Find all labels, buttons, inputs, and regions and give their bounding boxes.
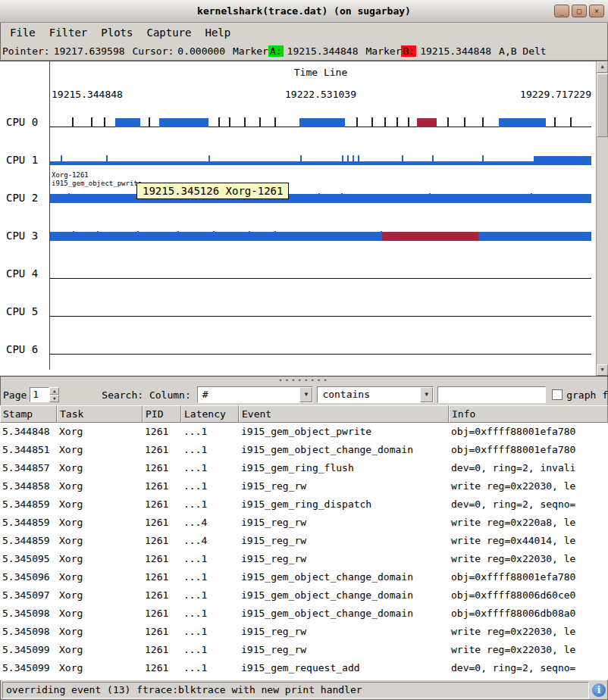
- table-cell: 5.344848: [0, 423, 57, 441]
- cursor-value: 0.000000: [177, 45, 225, 57]
- event-tick: [341, 193, 343, 203]
- menu-item-filter[interactable]: Filter: [42, 24, 95, 41]
- table-row[interactable]: 5.345096Xorg1261...1i915_gem_object_chan…: [0, 568, 608, 586]
- task-bar-blue[interactable]: [50, 232, 591, 241]
- table-row[interactable]: 5.344848Xorg1261...1i915_gem_object_pwri…: [0, 423, 608, 441]
- table-cell: i915_reg_rw: [239, 532, 449, 550]
- table-row[interactable]: 5.345099Xorg1261...1i915_reg_rwwrite reg…: [0, 641, 608, 659]
- menu-item-file[interactable]: File: [3, 24, 42, 41]
- cpu-label: CPU 0: [6, 116, 38, 128]
- column-header-task[interactable]: Task: [57, 405, 143, 423]
- menu-item-capture[interactable]: Capture: [139, 24, 198, 41]
- cpu-row-6: CPU 6: [0, 332, 596, 370]
- menu-item-plots[interactable]: Plots: [94, 24, 139, 41]
- page-spinner[interactable]: 1 ▲ ▼: [30, 387, 59, 402]
- table-cell: Xorg: [57, 605, 143, 623]
- table-row[interactable]: 5.344859Xorg1261...4i915_reg_rwwrite reg…: [0, 514, 608, 532]
- spin-up-icon[interactable]: ▲: [49, 387, 59, 395]
- event-tick: [402, 155, 403, 165]
- table-cell: 5.344859: [0, 514, 57, 532]
- column-header-info[interactable]: Info: [449, 405, 608, 423]
- chevron-down-icon[interactable]: ▼: [299, 387, 312, 402]
- page-input[interactable]: 1: [30, 387, 49, 402]
- table-row[interactable]: 5.345095Xorg1261...1i915_reg_rwwrite reg…: [0, 550, 608, 568]
- table-cell: i915_reg_rw: [239, 623, 449, 641]
- event-tick: [274, 117, 276, 127]
- column-header-stamp[interactable]: Stamp: [0, 405, 57, 423]
- task-bar-blue[interactable]: [50, 194, 591, 203]
- marker-b-prefix: Marker: [366, 45, 402, 57]
- table-row[interactable]: 5.345098Xorg1261...1i915_gem_object_chan…: [0, 605, 608, 623]
- column-header-pid[interactable]: PID: [143, 405, 181, 423]
- event-tick: [570, 117, 572, 127]
- column-header-latency[interactable]: Latency: [181, 405, 239, 423]
- chevron-down-icon[interactable]: ▼: [420, 387, 433, 402]
- cpu-label: CPU 5: [6, 305, 38, 317]
- cpu-plot[interactable]: [50, 332, 591, 355]
- column-select[interactable]: # ▼: [197, 386, 314, 403]
- event-tick: [149, 117, 150, 127]
- task-bar-blue[interactable]: [534, 156, 591, 165]
- table-cell: i915_gem_object_change_domain: [239, 568, 449, 586]
- task-bar-blue[interactable]: [499, 118, 546, 127]
- table-cell: ...4: [181, 514, 239, 532]
- task-bar-blue[interactable]: [159, 118, 208, 127]
- search-input[interactable]: [437, 386, 546, 403]
- table-row[interactable]: 5.344859Xorg1261...1i915_gem_ring_dispat…: [0, 495, 608, 514]
- spin-down-icon[interactable]: ▼: [49, 395, 59, 402]
- close-button[interactable]: ×: [589, 5, 604, 17]
- cpu-baseline: [50, 316, 591, 317]
- table-cell: 5.344859: [0, 532, 57, 550]
- menu-item-help[interactable]: Help: [198, 24, 237, 41]
- pane-splitter[interactable]: ••••••••: [0, 377, 608, 384]
- event-tick: [259, 117, 261, 127]
- event-tick: [371, 117, 373, 127]
- minimize-button[interactable]: _: [554, 5, 569, 17]
- table-row[interactable]: 5.345099Xorg1261...1i915_gem_request_add…: [0, 659, 608, 677]
- timeline-vertical-scrollbar[interactable]: ▲ ▼: [596, 61, 608, 376]
- match-select[interactable]: contains ▼: [317, 386, 434, 403]
- table-row[interactable]: 5.344857Xorg1261...1i915_gem_ring_flushd…: [0, 459, 608, 477]
- table-cell: write reg=0x22030, le: [449, 623, 608, 641]
- info-icon[interactable]: i: [592, 683, 606, 697]
- table-cell: i915_gem_object_pwrite: [239, 423, 449, 441]
- pointer-value: 19217.639598: [54, 45, 125, 57]
- event-tick: [208, 155, 210, 165]
- scroll-up-icon[interactable]: ▲: [597, 61, 608, 73]
- marker-b-badge: B:: [401, 45, 416, 57]
- table-row[interactable]: 5.344859Xorg1261...4i915_reg_rwwrite reg…: [0, 532, 608, 550]
- cpu-plot[interactable]: [50, 218, 591, 241]
- task-bar-red[interactable]: [417, 118, 437, 127]
- table-cell: 1261: [143, 459, 181, 477]
- task-bar-blue[interactable]: [299, 118, 345, 127]
- table-row[interactable]: 5.345097Xorg1261...1i915_gem_object_chan…: [0, 586, 608, 605]
- event-tick: [229, 117, 230, 127]
- table-cell: Xorg: [57, 532, 143, 550]
- column-header-event[interactable]: Event: [239, 405, 449, 423]
- table-row[interactable]: 5.344858Xorg1261...1i915_reg_rwwrite reg…: [0, 477, 608, 495]
- table-row[interactable]: 5.345098Xorg1261...1i915_reg_rwwrite reg…: [0, 623, 608, 641]
- cpu-plot[interactable]: [50, 294, 591, 317]
- cpu-plot[interactable]: [50, 105, 591, 127]
- task-bar-red[interactable]: [381, 232, 478, 241]
- cpu-label: CPU 4: [6, 267, 38, 280]
- maximize-button[interactable]: □: [572, 5, 587, 17]
- task-bar-blue[interactable]: [115, 118, 140, 127]
- cpu-plot[interactable]: [50, 142, 591, 165]
- graph-follows-label: graph f: [566, 389, 608, 401]
- cpu-plot[interactable]: [50, 256, 591, 279]
- table-cell: 5.345096: [0, 568, 57, 586]
- event-tick: [358, 155, 359, 165]
- table-cell: Xorg: [57, 641, 143, 659]
- marker-a-readout: Marker A: 19215.344848: [233, 45, 359, 57]
- timeline-plot-area[interactable]: Time Line 19215.344848 19222.531039 1922…: [0, 61, 596, 376]
- window-controls: _ □ ×: [554, 5, 604, 17]
- scroll-down-icon[interactable]: ▼: [597, 364, 608, 376]
- graph-follows-checkbox[interactable]: [552, 389, 563, 400]
- table-row[interactable]: 5.344851Xorg1261...1i915_gem_object_chan…: [0, 441, 608, 459]
- column-select-value: #: [198, 387, 300, 402]
- table-cell: 1261: [143, 441, 181, 459]
- cpu-row-3: CPU 3: [0, 218, 596, 256]
- table-cell: 1261: [143, 568, 181, 586]
- scrollbar-thumb[interactable]: [597, 73, 608, 137]
